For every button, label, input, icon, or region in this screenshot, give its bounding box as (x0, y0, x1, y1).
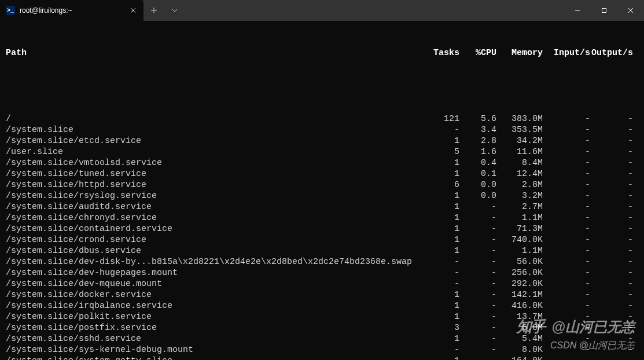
cell-tasks: 121 (427, 113, 459, 124)
cell-output: - (590, 135, 633, 146)
cell-cpu: 0.1 (459, 168, 496, 179)
cell-path: /system.slice/rsyslog.service (6, 190, 427, 201)
cell-input: - (543, 179, 590, 190)
cell-cpu: - (459, 311, 496, 322)
cell-path: /system.slice/sys-kernel-debug.mount (6, 344, 427, 355)
cell-cpu: - (459, 267, 496, 278)
tab-controls (143, 0, 185, 21)
cell-output: - (590, 124, 633, 135)
window-close-button[interactable] (617, 0, 644, 21)
cell-tasks: 1 (427, 355, 459, 360)
cell-tasks: - (427, 124, 459, 135)
cell-path: / (6, 113, 427, 124)
cell-tasks: 1 (427, 190, 459, 201)
cell-memory: 8.0K (496, 344, 543, 355)
dropdown-button[interactable] (164, 0, 185, 21)
cell-tasks: - (427, 256, 459, 267)
cell-cpu: - (459, 245, 496, 256)
cell-path: /system.slice/postfix.service (6, 322, 427, 333)
cell-memory: 1.1M (496, 245, 543, 256)
cell-input: - (543, 300, 590, 311)
cell-input: - (543, 212, 590, 223)
cell-tasks: 1 (427, 300, 459, 311)
cell-cpu: 2.8 (459, 135, 496, 146)
cell-cpu: - (459, 256, 496, 267)
cell-input: - (543, 146, 590, 157)
cell-memory: 56.0K (496, 256, 543, 267)
col-path-header: Path (6, 47, 427, 58)
cell-tasks: 1 (427, 289, 459, 300)
cell-cpu: 5.6 (459, 113, 496, 124)
cell-path: /system.slice/chronyd.service (6, 212, 427, 223)
cell-path: /system.slice/httpd.service (6, 179, 427, 190)
col-tasks-header: Tasks (427, 47, 459, 58)
table-row: /system.slice/polkit.service1-13.7M-- (6, 311, 638, 322)
cell-output: - (590, 289, 633, 300)
blank-line (6, 80, 638, 91)
cell-cpu: - (459, 201, 496, 212)
cell-cpu: - (459, 289, 496, 300)
cell-output: - (590, 278, 633, 289)
cell-cpu: - (459, 344, 496, 355)
new-tab-button[interactable] (143, 0, 164, 21)
table-row: /system.slice/dbus.service1-1.1M-- (6, 245, 638, 256)
maximize-button[interactable] (591, 0, 617, 21)
cell-memory: 740.0K (496, 234, 543, 245)
cell-path: /system.slice/polkit.service (6, 311, 427, 322)
tab-active[interactable]: >_ root@liruilongs:~ (0, 0, 143, 21)
window-controls (564, 0, 644, 21)
minimize-button[interactable] (564, 0, 591, 21)
cell-path: /system.slice/sshd.service (6, 333, 427, 344)
cell-path: /system.slice/system-getty.slice (6, 355, 427, 360)
cell-output: - (590, 322, 633, 333)
cell-path: /system.slice/dev-mqueue.mount (6, 278, 427, 289)
cell-input: - (543, 168, 590, 179)
col-memory-header: Memory (496, 47, 543, 58)
cell-cpu: 3.4 (459, 124, 496, 135)
cell-memory: 8.4M (496, 157, 543, 168)
cell-path: /system.slice (6, 124, 427, 135)
cell-input: - (543, 223, 590, 234)
cell-input: - (543, 256, 590, 267)
table-row: /system.slice/containerd.service1-71.3M-… (6, 223, 638, 234)
cell-input: - (543, 267, 590, 278)
cell-tasks: 1 (427, 157, 459, 168)
table-row: /system.slice/dev-mqueue.mount--292.0K-- (6, 278, 638, 289)
cell-output: - (590, 245, 633, 256)
cell-input: - (543, 124, 590, 135)
terminal-output[interactable]: Path Tasks %CPU Memory Input/s Output/s … (0, 21, 644, 360)
cell-cpu: 0.4 (459, 157, 496, 168)
cell-tasks: 1 (427, 223, 459, 234)
cell-output: - (590, 267, 633, 278)
table-body: /1215.6383.0M--/system.slice-3.4353.5M--… (6, 113, 638, 360)
cell-cpu: - (459, 278, 496, 289)
table-row: /1215.6383.0M-- (6, 113, 638, 124)
cell-cpu: - (459, 355, 496, 360)
cell-input: - (543, 234, 590, 245)
cell-input: - (543, 289, 590, 300)
cell-memory: 34.2M (496, 135, 543, 146)
tab-title: root@liruilongs:~ (20, 6, 124, 14)
cell-input: - (543, 333, 590, 344)
table-row: /system.slice/postfix.service3-6.0M-- (6, 322, 638, 333)
cell-memory: 6.0M (496, 322, 543, 333)
table-row: /system.slice/sshd.service1-5.4M-- (6, 333, 638, 344)
cell-path: /system.slice/crond.service (6, 234, 427, 245)
cell-tasks: 1 (427, 245, 459, 256)
cell-path: /system.slice/dev-disk-by...b815a\x2d822… (6, 256, 427, 267)
cell-tasks: 5 (427, 146, 459, 157)
cell-input: - (543, 311, 590, 322)
cell-memory: 1.1M (496, 212, 543, 223)
cell-cpu: 0.0 (459, 190, 496, 201)
cell-path: /system.slice/dev-hugepages.mount (6, 267, 427, 278)
close-icon[interactable] (128, 6, 138, 15)
cell-output: - (590, 223, 633, 234)
cell-input: - (543, 344, 590, 355)
cell-tasks: - (427, 278, 459, 289)
cell-output: - (590, 157, 633, 168)
cell-memory: 2.8M (496, 179, 543, 190)
cell-output: - (590, 344, 633, 355)
titlebar-drag-area[interactable] (185, 0, 564, 21)
cell-output: - (590, 168, 633, 179)
col-input-header: Input/s (543, 47, 590, 58)
